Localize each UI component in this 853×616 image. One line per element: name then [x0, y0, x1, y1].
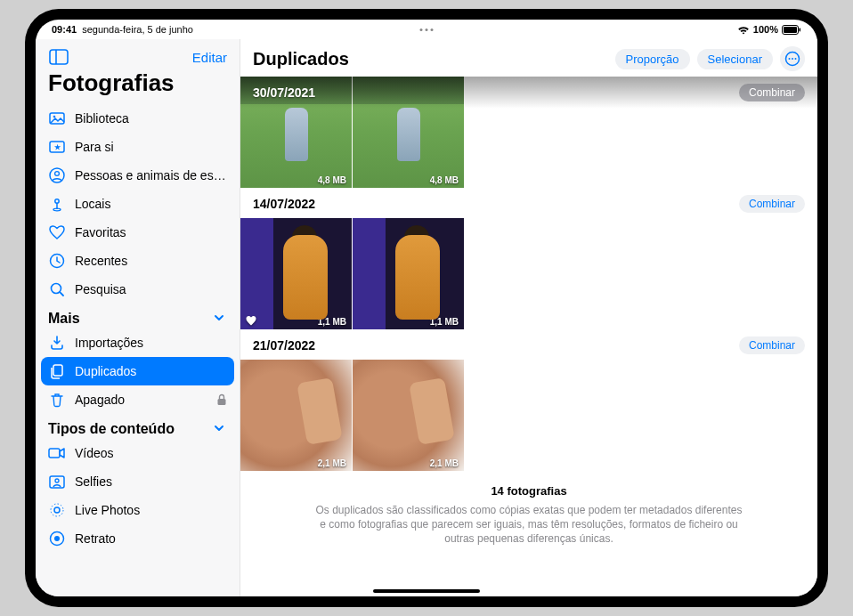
section-header-types[interactable]: Tipos de conteúdo — [36, 414, 240, 439]
photo-thumbnail[interactable]: 1,1 MB — [240, 218, 352, 329]
sidebar: Editar Fotografias Biblioteca ★ Para si — [36, 39, 240, 596]
favorite-icon — [245, 314, 257, 327]
sidebar-item-label: Selfies — [75, 474, 112, 489]
sidebar-item-label: Pesquisa — [75, 282, 126, 296]
main-content: Duplicados Proporção Selecionar 30/07/20… — [240, 39, 817, 596]
svg-point-22 — [51, 504, 63, 516]
photo-size: 4,8 MB — [318, 175, 346, 185]
section-title: Mais — [48, 311, 80, 327]
chevron-down-icon — [213, 312, 227, 326]
video-icon — [48, 444, 66, 462]
svg-text:★: ★ — [54, 143, 61, 151]
svg-rect-16 — [53, 365, 62, 376]
duplicate-group: 21/07/2022 Combinar 2,1 MB 2,1 MB — [240, 329, 817, 471]
svg-point-10 — [55, 172, 60, 176]
heart-icon — [48, 223, 66, 241]
merge-button[interactable]: Combinar — [739, 84, 805, 101]
sidebar-item-label: Vídeos — [75, 446, 114, 460]
svg-rect-3 — [50, 50, 68, 64]
sidebar-item-for-you[interactable]: ★ Para si — [36, 133, 240, 161]
sidebar-item-duplicates[interactable]: Duplicados — [41, 357, 234, 385]
photo-size: 2,1 MB — [318, 458, 346, 468]
status-date: segunda-feira, 5 de junho — [82, 24, 193, 35]
svg-rect-18 — [49, 449, 60, 458]
selfie-icon — [48, 473, 66, 490]
sidebar-item-label: Favoritas — [75, 225, 126, 239]
sidebar-item-label: Para si — [75, 140, 114, 154]
edit-button[interactable]: Editar — [192, 50, 227, 65]
portrait-icon — [48, 530, 66, 547]
section-header-more[interactable]: Mais — [36, 304, 240, 328]
svg-line-15 — [60, 292, 63, 296]
svg-point-27 — [792, 58, 793, 60]
photo-size: 2,1 MB — [430, 458, 459, 468]
aspect-button[interactable]: Proporção — [615, 49, 690, 69]
sidebar-item-imports[interactable]: Importações — [36, 328, 240, 357]
svg-point-28 — [795, 58, 797, 60]
footer-note: 14 fotografias Os duplicados são classif… — [240, 471, 817, 563]
sidebar-item-places[interactable]: Locais — [36, 190, 240, 218]
sidebar-item-selfies[interactable]: Selfies — [36, 467, 240, 496]
sidebar-item-label: Apagado — [75, 393, 125, 407]
svg-point-11 — [55, 199, 59, 203]
status-time: 09:41 — [52, 24, 77, 35]
sidebar-item-library[interactable]: Biblioteca — [36, 104, 240, 133]
svg-point-24 — [54, 536, 60, 541]
library-icon — [48, 109, 66, 127]
sidebar-toggle-button[interactable] — [48, 48, 69, 66]
svg-point-26 — [789, 58, 791, 60]
clock-icon — [48, 252, 66, 270]
sidebar-item-recents[interactable]: Recentes — [36, 247, 240, 275]
photo-size: 4,8 MB — [430, 175, 459, 185]
footer-description: Os duplicados são classificados como cóp… — [316, 504, 743, 545]
chevron-down-icon — [213, 422, 227, 436]
sidebar-item-label: Recentes — [75, 254, 127, 268]
sidebar-item-videos[interactable]: Vídeos — [36, 439, 240, 467]
merge-button[interactable]: Combinar — [739, 336, 805, 354]
duplicate-group: 14/07/2022 Combinar 1,1 MB 1,1 MB — [240, 188, 817, 329]
duplicate-group: 30/07/2021 Combinar 4,8 MB 4,8 MB — [240, 77, 817, 188]
photo-count: 14 fotografias — [312, 483, 746, 499]
svg-point-6 — [53, 116, 56, 118]
sidebar-item-people[interactable]: Pessoas e animais de estim… — [36, 161, 240, 190]
photo-thumbnail[interactable]: 1,1 MB — [353, 218, 464, 329]
page-title: Duplicados — [253, 49, 608, 69]
multitask-dots[interactable] — [420, 28, 434, 31]
sidebar-item-label: Retrato — [75, 531, 116, 546]
svg-point-20 — [55, 479, 59, 482]
location-icon — [48, 195, 66, 213]
photo-size: 1,1 MB — [430, 317, 459, 327]
svg-rect-2 — [800, 28, 801, 31]
import-icon — [48, 334, 66, 352]
photo-thumbnail[interactable]: 2,1 MB — [240, 360, 352, 471]
person-icon — [48, 166, 66, 184]
svg-point-21 — [54, 507, 60, 513]
sidebar-item-live-photos[interactable]: Live Photos — [36, 496, 240, 524]
group-date: 21/07/2022 — [253, 338, 315, 353]
status-bar: 09:41 segunda-feira, 5 de junho 100% — [36, 20, 817, 39]
svg-rect-1 — [784, 27, 797, 33]
home-indicator[interactable] — [373, 589, 480, 593]
sidebar-item-label: Importações — [75, 336, 143, 350]
search-icon — [48, 280, 66, 298]
sidebar-item-label: Pessoas e animais de estim… — [75, 168, 227, 182]
sidebar-title: Fotografias — [36, 68, 240, 104]
sidebar-item-label: Duplicados — [75, 364, 136, 378]
photo-thumbnail[interactable]: 2,1 MB — [353, 360, 464, 471]
select-button[interactable]: Selecionar — [697, 49, 773, 69]
battery-percent: 100% — [753, 24, 778, 35]
trash-icon — [48, 391, 66, 409]
sidebar-item-label: Biblioteca — [75, 111, 129, 126]
sidebar-item-label: Locais — [75, 197, 110, 211]
sidebar-item-portrait[interactable]: Retrato — [36, 524, 240, 553]
more-button[interactable] — [780, 46, 805, 71]
svg-rect-17 — [218, 399, 226, 405]
duplicates-icon — [48, 362, 66, 380]
merge-button[interactable]: Combinar — [739, 195, 805, 213]
sidebar-item-favorites[interactable]: Favoritas — [36, 218, 240, 247]
sidebar-item-deleted[interactable]: Apagado — [36, 385, 240, 414]
photo-size: 1,1 MB — [318, 317, 346, 327]
sidebar-item-search[interactable]: Pesquisa — [36, 275, 240, 304]
wifi-icon — [737, 25, 750, 35]
group-date: 30/07/2021 — [253, 85, 315, 100]
